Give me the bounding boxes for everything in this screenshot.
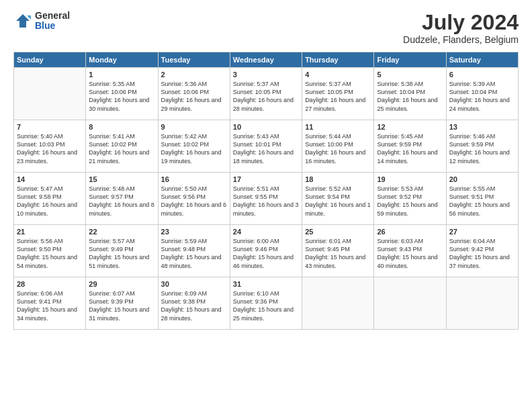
day-number: 4 <box>305 71 371 79</box>
day-cell: 22Sunrise: 5:57 AM Sunset: 9:49 PM Dayli… <box>86 225 158 277</box>
logo-icon <box>13 11 32 30</box>
day-cell: 6Sunrise: 5:39 AM Sunset: 10:04 PM Dayli… <box>446 68 518 120</box>
day-cell: 28Sunrise: 6:06 AM Sunset: 9:41 PM Dayli… <box>14 277 86 330</box>
calendar-subtitle: Dudzele, Flanders, Belgium <box>403 34 519 45</box>
day-info: Sunrise: 5:35 AM Sunset: 10:06 PM Daylig… <box>89 80 154 113</box>
day-info: Sunrise: 5:37 AM Sunset: 10:05 PM Daylig… <box>233 80 299 113</box>
day-cell: 24Sunrise: 6:00 AM Sunset: 9:46 PM Dayli… <box>230 225 302 277</box>
day-cell: 2Sunrise: 5:36 AM Sunset: 10:06 PM Dayli… <box>158 68 230 120</box>
day-cell: 15Sunrise: 5:48 AM Sunset: 9:57 PM Dayli… <box>86 173 158 225</box>
header-cell-monday: Monday <box>86 52 158 68</box>
day-number: 23 <box>161 228 227 236</box>
day-info: Sunrise: 5:56 AM Sunset: 9:50 PM Dayligh… <box>17 237 83 270</box>
day-info: Sunrise: 6:10 AM Sunset: 9:36 PM Dayligh… <box>233 289 299 322</box>
day-number: 1 <box>89 71 154 79</box>
day-number: 6 <box>449 71 515 79</box>
day-cell: 9Sunrise: 5:42 AM Sunset: 10:02 PM Dayli… <box>158 120 230 173</box>
day-cell <box>302 277 374 330</box>
day-number: 11 <box>305 123 371 131</box>
day-info: Sunrise: 5:36 AM Sunset: 10:06 PM Daylig… <box>161 80 227 113</box>
week-row-1: 1Sunrise: 5:35 AM Sunset: 10:06 PM Dayli… <box>14 68 519 120</box>
day-cell: 17Sunrise: 5:51 AM Sunset: 9:55 PM Dayli… <box>230 173 302 225</box>
day-number: 7 <box>17 123 83 131</box>
day-cell: 18Sunrise: 5:52 AM Sunset: 9:54 PM Dayli… <box>302 173 374 225</box>
day-cell: 30Sunrise: 6:09 AM Sunset: 9:38 PM Dayli… <box>158 277 230 330</box>
day-cell: 1Sunrise: 5:35 AM Sunset: 10:06 PM Dayli… <box>86 68 158 120</box>
day-number: 15 <box>89 175 154 183</box>
day-number: 2 <box>161 71 227 79</box>
day-number: 24 <box>233 228 299 236</box>
day-info: Sunrise: 6:03 AM Sunset: 9:43 PM Dayligh… <box>377 237 443 270</box>
day-number: 27 <box>449 228 515 236</box>
day-info: Sunrise: 5:39 AM Sunset: 10:04 PM Daylig… <box>449 80 515 113</box>
day-info: Sunrise: 5:57 AM Sunset: 9:49 PM Dayligh… <box>89 237 154 270</box>
day-cell: 8Sunrise: 5:41 AM Sunset: 10:02 PM Dayli… <box>86 120 158 173</box>
week-row-3: 14Sunrise: 5:47 AM Sunset: 9:58 PM Dayli… <box>14 173 519 225</box>
day-cell <box>446 277 518 330</box>
day-cell: 13Sunrise: 5:46 AM Sunset: 9:59 PM Dayli… <box>446 120 518 173</box>
day-number: 22 <box>89 228 154 236</box>
day-info: Sunrise: 5:43 AM Sunset: 10:01 PM Daylig… <box>233 132 299 165</box>
day-cell: 4Sunrise: 5:37 AM Sunset: 10:05 PM Dayli… <box>302 68 374 120</box>
day-number: 18 <box>305 175 371 183</box>
header-cell-wednesday: Wednesday <box>230 52 302 68</box>
day-info: Sunrise: 5:45 AM Sunset: 9:59 PM Dayligh… <box>377 132 443 165</box>
day-info: Sunrise: 5:59 AM Sunset: 9:48 PM Dayligh… <box>161 237 227 270</box>
header-cell-tuesday: Tuesday <box>158 52 230 68</box>
day-number: 17 <box>233 175 299 183</box>
day-info: Sunrise: 5:48 AM Sunset: 9:57 PM Dayligh… <box>89 185 154 218</box>
day-info: Sunrise: 5:40 AM Sunset: 10:03 PM Daylig… <box>17 132 83 165</box>
week-row-2: 7Sunrise: 5:40 AM Sunset: 10:03 PM Dayli… <box>14 120 519 173</box>
day-cell: 29Sunrise: 6:07 AM Sunset: 9:39 PM Dayli… <box>86 277 158 330</box>
header-row: SundayMondayTuesdayWednesdayThursdayFrid… <box>14 52 519 68</box>
day-cell: 21Sunrise: 5:56 AM Sunset: 9:50 PM Dayli… <box>14 225 86 277</box>
day-cell: 20Sunrise: 5:55 AM Sunset: 9:51 PM Dayli… <box>446 173 518 225</box>
day-info: Sunrise: 6:09 AM Sunset: 9:38 PM Dayligh… <box>161 289 227 322</box>
logo-blue: Blue <box>35 21 70 31</box>
day-number: 25 <box>305 228 371 236</box>
logo-general: General <box>35 11 70 21</box>
calendar-header: SundayMondayTuesdayWednesdayThursdayFrid… <box>14 52 519 68</box>
calendar-table: SundayMondayTuesdayWednesdayThursdayFrid… <box>13 52 519 330</box>
title-block: July 2024 Dudzele, Flanders, Belgium <box>403 11 519 45</box>
day-info: Sunrise: 5:55 AM Sunset: 9:51 PM Dayligh… <box>449 185 515 218</box>
day-cell: 11Sunrise: 5:44 AM Sunset: 10:00 PM Dayl… <box>302 120 374 173</box>
day-number: 26 <box>377 228 443 236</box>
day-number: 12 <box>377 123 443 131</box>
day-cell: 16Sunrise: 5:50 AM Sunset: 9:56 PM Dayli… <box>158 173 230 225</box>
day-info: Sunrise: 5:37 AM Sunset: 10:05 PM Daylig… <box>305 80 371 113</box>
day-number: 16 <box>161 175 227 183</box>
week-row-4: 21Sunrise: 5:56 AM Sunset: 9:50 PM Dayli… <box>14 225 519 277</box>
day-number: 21 <box>17 228 83 236</box>
day-number: 14 <box>17 175 83 183</box>
header-cell-friday: Friday <box>374 52 446 68</box>
day-cell: 7Sunrise: 5:40 AM Sunset: 10:03 PM Dayli… <box>14 120 86 173</box>
day-number: 9 <box>161 123 227 131</box>
day-cell: 5Sunrise: 5:38 AM Sunset: 10:04 PM Dayli… <box>374 68 446 120</box>
day-cell: 27Sunrise: 6:04 AM Sunset: 9:42 PM Dayli… <box>446 225 518 277</box>
day-number: 8 <box>89 123 154 131</box>
logo-text: General Blue <box>35 11 70 32</box>
day-info: Sunrise: 5:52 AM Sunset: 9:54 PM Dayligh… <box>305 185 371 218</box>
day-info: Sunrise: 6:04 AM Sunset: 9:42 PM Dayligh… <box>449 237 515 270</box>
day-cell: 3Sunrise: 5:37 AM Sunset: 10:05 PM Dayli… <box>230 68 302 120</box>
header-cell-sunday: Sunday <box>14 52 86 68</box>
header-cell-saturday: Saturday <box>446 52 518 68</box>
day-info: Sunrise: 6:01 AM Sunset: 9:45 PM Dayligh… <box>305 237 371 270</box>
logo: General Blue <box>13 11 70 32</box>
day-info: Sunrise: 6:06 AM Sunset: 9:41 PM Dayligh… <box>17 289 83 322</box>
header-cell-thursday: Thursday <box>302 52 374 68</box>
day-number: 5 <box>377 71 443 79</box>
day-cell <box>374 277 446 330</box>
day-info: Sunrise: 5:41 AM Sunset: 10:02 PM Daylig… <box>89 132 154 165</box>
week-row-5: 28Sunrise: 6:06 AM Sunset: 9:41 PM Dayli… <box>14 277 519 330</box>
day-cell: 10Sunrise: 5:43 AM Sunset: 10:01 PM Dayl… <box>230 120 302 173</box>
day-number: 30 <box>161 280 227 288</box>
day-info: Sunrise: 5:51 AM Sunset: 9:55 PM Dayligh… <box>233 185 299 218</box>
day-cell: 14Sunrise: 5:47 AM Sunset: 9:58 PM Dayli… <box>14 173 86 225</box>
day-info: Sunrise: 6:07 AM Sunset: 9:39 PM Dayligh… <box>89 289 154 322</box>
day-number: 31 <box>233 280 299 288</box>
day-number: 28 <box>17 280 83 288</box>
day-cell: 31Sunrise: 6:10 AM Sunset: 9:36 PM Dayli… <box>230 277 302 330</box>
calendar-title: July 2024 <box>403 11 519 34</box>
